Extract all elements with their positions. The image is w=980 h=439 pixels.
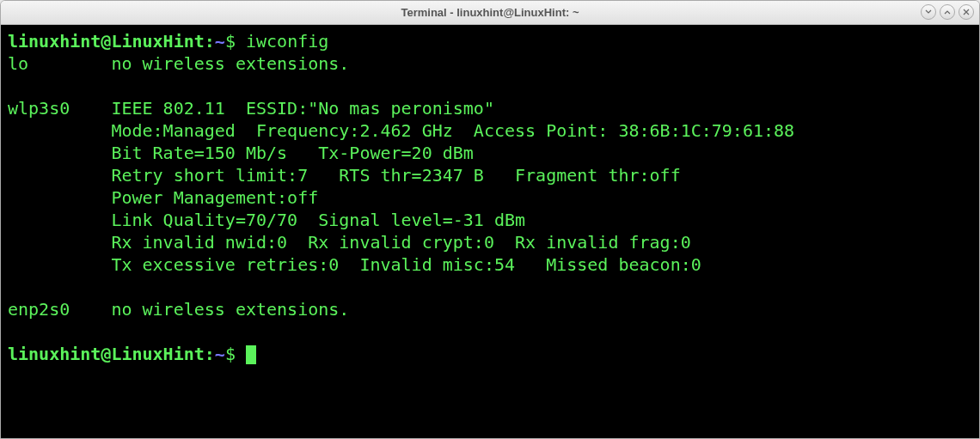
maximize-button[interactable] (940, 4, 955, 20)
output-line-9: Tx excessive retries:0 Invalid misc:54 M… (8, 254, 701, 275)
output-line-3: Mode:Managed Frequency:2.462 GHz Access … (8, 120, 794, 141)
close-button[interactable] (959, 4, 974, 20)
terminal-body[interactable]: linuxhint@LinuxHint:~$ iwconfig lo no wi… (1, 25, 979, 438)
terminal-window: Terminal - linuxhint@LinuxHint: ~ linuxh… (0, 0, 980, 439)
output-line-11: enp2s0 no wireless extensions. (8, 299, 349, 320)
output-line-5: Retry short limit:7 RTS thr=2347 B Fragm… (8, 165, 681, 186)
prompt-path-2: ~ (215, 344, 225, 364)
prompt-user-host-2: linuxhint@LinuxHint (8, 344, 205, 364)
prompt-user-host: linuxhint@LinuxHint (8, 31, 205, 52)
command-text: iwconfig (246, 31, 328, 52)
prompt-sign: $ (225, 31, 236, 52)
output-line-2: wlp3s0 IEEE 802.11 ESSID:"No mas peronis… (8, 98, 494, 119)
minimize-icon (924, 8, 933, 16)
output-line-0: lo no wireless extensions. (8, 53, 349, 74)
prompt-path: ~ (215, 31, 225, 52)
window-controls (921, 4, 974, 20)
prompt-separator-2: : (205, 344, 215, 364)
prompt-sign-2: $ (225, 344, 236, 364)
output-line-8: Rx invalid nwid:0 Rx invalid crypt:0 Rx … (8, 232, 691, 253)
maximize-icon (943, 8, 952, 16)
output-line-4: Bit Rate=150 Mb/s Tx-Power=20 dBm (8, 143, 474, 163)
minimize-button[interactable] (921, 4, 936, 20)
titlebar[interactable]: Terminal - linuxhint@LinuxHint: ~ (1, 1, 979, 25)
window-title: Terminal - linuxhint@LinuxHint: ~ (401, 6, 579, 19)
close-icon (962, 8, 971, 16)
output-line-7: Link Quality=70/70 Signal level=-31 dBm (8, 210, 525, 230)
output-line-6: Power Management:off (8, 187, 318, 208)
cursor (246, 345, 256, 364)
prompt-separator: : (205, 31, 215, 52)
